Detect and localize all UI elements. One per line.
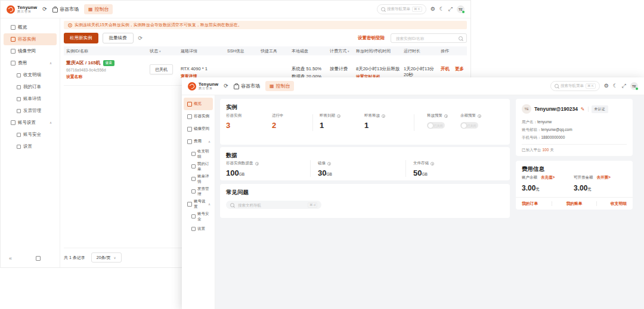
instance-search[interactable] — [391, 33, 467, 43]
brand-logo[interactable]: Tenyunw 腾云智算 — [188, 82, 218, 90]
sidebar-item-settings[interactable]: 设置 — [4, 141, 57, 152]
brand-logo[interactable]: Tenyunw 腾云智算 — [7, 5, 37, 14]
collapse-sidebar-icon[interactable]: « — [9, 255, 12, 261]
invoice-link[interactable]: 去开票> — [597, 175, 611, 180]
release-alert-toggle-group: 释放预警 已关闭 — [427, 113, 448, 129]
nav-container-market[interactable]: 容器市场 — [52, 6, 79, 13]
sidebar-item-orders[interactable]: 我的订单 — [4, 81, 57, 93]
my-bills-link[interactable]: 我的账单 — [566, 201, 582, 207]
record-count: 共 1 条记录 — [64, 255, 85, 261]
search-icon — [459, 36, 463, 40]
sidebar-item-billing[interactable]: 费用∧ — [184, 135, 213, 148]
instance-id: 66716a9483-9c4c556d — [66, 68, 147, 72]
sidebar-item-security[interactable]: 账号安全 — [184, 210, 213, 223]
search-shortcut-badge: ⌘ K — [412, 7, 422, 12]
instance-icon — [187, 114, 192, 119]
avatar[interactable]: TE — [457, 5, 465, 13]
gear-icon[interactable]: ⚙ — [431, 7, 435, 12]
info-icon — [444, 114, 448, 118]
nav-console-tab[interactable]: ▦ 控制台 — [84, 4, 113, 14]
batch-renew-button[interactable]: 批量续费 — [103, 33, 134, 43]
transactions-link[interactable]: 收支明细 — [611, 201, 627, 207]
set-name-link[interactable]: 设置名称 — [66, 74, 82, 80]
key-login-link[interactable]: 设置密钥登陆 — [358, 35, 385, 41]
doc-search-input[interactable] — [237, 202, 305, 208]
sidebar: 概览 容器实例 镜像空间 费用∧ 收支明细 我的订单 账单详情 发票管理 账号设… — [182, 95, 215, 309]
sidebar-item-bill-details[interactable]: 账单详情 — [184, 173, 213, 185]
avatar[interactable]: TE — [630, 82, 638, 90]
widget-icon[interactable] — [36, 256, 41, 261]
refresh-icon[interactable]: ⟳ — [224, 83, 228, 89]
sidebar-item-billing[interactable]: 费用∧ — [4, 57, 57, 69]
refresh-icon[interactable]: ⟳ — [42, 7, 47, 12]
edit-icon[interactable]: ✎ — [581, 107, 585, 112]
global-search[interactable]: 搜索导航菜单 ⌘ K — [550, 81, 600, 91]
refresh-icon[interactable]: ⟳ — [138, 36, 143, 41]
stat-file-storage: 文件存储 50GB — [413, 161, 434, 177]
sidebar-item-label: 账号安全 — [197, 211, 210, 222]
settings-icon — [17, 145, 21, 149]
sidebar-item-bill-details[interactable]: 账单详情 — [4, 93, 57, 105]
data-summary-card: 数据 容器实例数据盘 100GB 镜像 30GB 文件存储 50GB — [220, 147, 510, 180]
sidebar-item-account[interactable]: 账号设置∧ — [4, 117, 57, 129]
sidebar-item-label: 镜像空间 — [18, 48, 36, 54]
divider — [312, 114, 313, 131]
fee-footer-links: 我的订单 我的账单 收支明细 — [516, 197, 633, 210]
table-header-row: 实例ID/名称 状态▾ 规格详情 SSH信息 快捷工具 本地磁盘 计费方式▾ 释… — [64, 46, 467, 55]
info-icon — [327, 162, 331, 166]
sidebar-item-instances[interactable]: 容器实例 — [4, 33, 57, 45]
nav-container-market-label: 容器市场 — [241, 83, 260, 89]
nav-container-market-label: 容器市场 — [60, 6, 79, 13]
more-actions-link[interactable]: 更多 — [455, 66, 464, 72]
sidebar-item-overview[interactable]: 概览 — [184, 98, 213, 110]
sidebar-item-images[interactable]: 镜像空间 — [184, 123, 213, 135]
power-on-link[interactable]: 开机 — [441, 66, 450, 72]
image-space-icon — [187, 127, 192, 132]
release-alert-toggle[interactable]: 已关闭 — [427, 122, 445, 129]
moon-icon[interactable]: ☾ — [613, 83, 618, 89]
brand-slogan: 腾云智算 — [199, 87, 218, 90]
sidebar: 概览 容器实例 镜像空间 费用∧ 收支明细 我的订单 账单详情 发票管理 账号设… — [1, 18, 60, 267]
nav-console-tab[interactable]: ▦ 控制台 — [265, 81, 295, 91]
recharge-link[interactable]: 去充值> — [541, 175, 555, 180]
sidebar-item-images[interactable]: 镜像空间 — [4, 45, 57, 57]
gear-icon[interactable]: ⚙ — [604, 83, 609, 89]
account-icon — [187, 202, 192, 207]
sidebar-item-account[interactable]: 账号设置∧ — [184, 198, 213, 210]
col-header-filterable[interactable]: 计费方式▾ — [327, 48, 354, 54]
stat-expiring: 即将到期 1 — [320, 113, 340, 130]
instance-summary-card: 实例 容器实例 3 运行中 2 即将到期 1 即将释放 1 — [220, 99, 510, 145]
security-icon — [191, 214, 196, 219]
orders-icon — [191, 164, 196, 168]
sidebar-item-transactions[interactable]: 收支明细 — [184, 148, 213, 160]
page-size-select[interactable]: 20条/页 ∨ — [91, 252, 122, 263]
balance-alert-toggle-group: 余额预警 已关闭 — [460, 113, 481, 129]
doc-search[interactable]: ⌘ d — [226, 201, 321, 209]
sidebar-item-overview[interactable]: 概览 — [4, 21, 57, 33]
col-header-filterable[interactable]: 状态▾ — [147, 48, 178, 54]
nav-console-label: 控制台 — [275, 83, 290, 89]
expand-icon[interactable]: ⤢ — [622, 83, 626, 89]
stat-value: 1 — [364, 121, 385, 130]
global-search[interactable]: 搜索导航菜单 ⌘ K — [377, 4, 426, 14]
invoice-icon — [17, 109, 21, 113]
rent-instance-button[interactable]: 租用新实例 — [64, 33, 98, 43]
sidebar-item-instances[interactable]: 容器实例 — [184, 110, 213, 123]
nav-container-market[interactable]: 容器市场 — [234, 83, 260, 89]
orders-icon — [17, 85, 21, 89]
sidebar-item-transactions[interactable]: 收支明细 — [4, 69, 57, 81]
my-orders-link[interactable]: 我的订单 — [522, 201, 538, 207]
sidebar-item-invoices[interactable]: 发票管理 — [4, 105, 57, 117]
stat-container-instances: 容器实例 3 — [226, 113, 242, 130]
grid-icon: ▦ — [270, 84, 274, 89]
sidebar-item-settings[interactable]: 设置 — [184, 223, 213, 235]
sidebar-item-orders[interactable]: 我的订单 — [184, 160, 213, 173]
overview-content: 实例 容器实例 3 运行中 2 即将到期 1 即将释放 1 — [215, 95, 644, 309]
instance-search-input[interactable] — [395, 36, 459, 41]
instance-name[interactable]: 重庆A区 / 165机 — [66, 60, 101, 66]
balance-alert-toggle[interactable]: 已关闭 — [460, 122, 478, 129]
moon-icon[interactable]: ☾ — [439, 7, 444, 12]
sidebar-item-security[interactable]: 账号安全 — [4, 129, 57, 141]
sidebar-item-invoices[interactable]: 发票管理 — [184, 185, 213, 198]
expand-icon[interactable]: ⤢ — [448, 7, 453, 12]
